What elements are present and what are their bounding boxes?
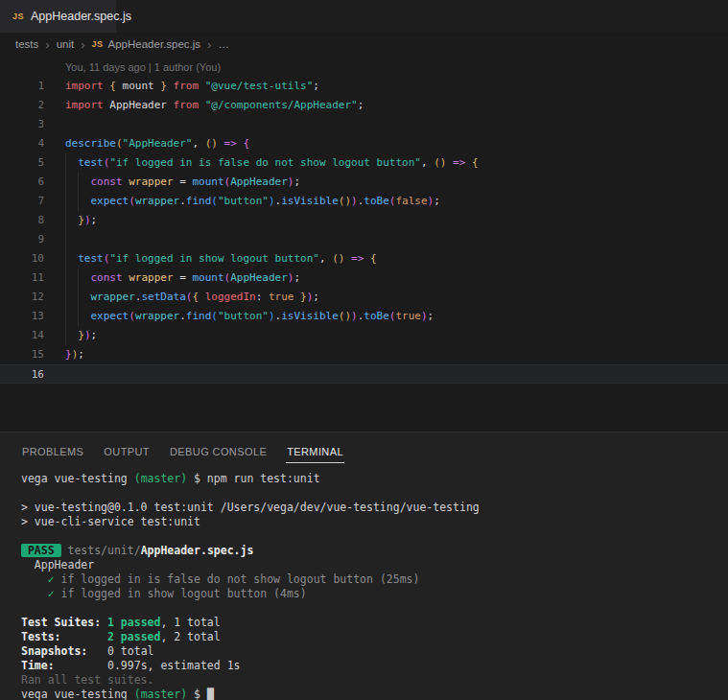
code-token: {	[109, 80, 116, 92]
terminal-line: ✓ if logged in is false do not show logo…	[21, 572, 728, 587]
code-token: )	[351, 310, 358, 322]
pass-badge: PASS	[21, 544, 61, 557]
code-token: ,	[421, 156, 434, 169]
panel-tab-problems[interactable]: PROBLEMS	[21, 437, 84, 463]
code-token: )	[421, 310, 428, 322]
code-line-text: });	[65, 345, 728, 364]
line-number: 14	[0, 326, 44, 345]
code-token: =>	[218, 137, 244, 150]
indent-guide	[78, 307, 79, 326]
code-token: =>	[446, 156, 472, 169]
code-token: )	[269, 310, 275, 322]
panel-tab-debug-console[interactable]: DEBUG CONSOLE	[169, 437, 268, 463]
code-token: "button"	[218, 310, 269, 322]
terminal[interactable]: vega vue-testing (master) $ npm run test…	[0, 467, 728, 700]
breadcrumb: tests›unit›JSAppHeader.spec.js›…	[0, 33, 728, 56]
code-line-text: expect(wrapper.find("button").isVisible(…	[65, 307, 728, 326]
terminal-token: AppHeader.spec.js	[141, 544, 254, 557]
indent-guide	[65, 192, 66, 211]
code-line[interactable]: 9	[0, 230, 728, 249]
code-line-text: wrapper.setData({ loggedIn: true });	[65, 288, 728, 307]
tab-appheader-spec[interactable]: JS AppHeader.spec.js	[0, 0, 116, 33]
indent-guide	[65, 173, 66, 192]
breadcrumb-item[interactable]: AppHeader.spec.js	[108, 38, 201, 50]
code-token: toBe	[364, 195, 389, 207]
code-token: ;	[91, 214, 98, 226]
code-token: =>	[344, 252, 370, 265]
code-line-text: describe("AppHeader", () => {	[65, 134, 728, 153]
code-line[interactable]: 1import { mount } from "@vue/test-utils"…	[0, 77, 728, 96]
code-line[interactable]: 3	[0, 115, 728, 134]
code-token: ;	[358, 99, 364, 111]
code-token: ,	[319, 252, 332, 265]
code-line[interactable]: 14 });	[0, 326, 728, 345]
terminal-token: ✓	[21, 572, 61, 586]
code-token	[199, 291, 205, 303]
line-number: 1	[0, 77, 44, 96]
terminal-token: (master)	[134, 472, 187, 485]
code-token: }	[78, 329, 84, 341]
breadcrumb-item[interactable]: tests	[15, 38, 38, 50]
line-number: 12	[0, 288, 44, 307]
terminal-token: vega vue-testing	[21, 688, 134, 700]
code-token: ;	[434, 195, 440, 207]
code-line[interactable]: 5 test("if logged in is false do not sho…	[0, 153, 728, 173]
code-line-text: });	[65, 211, 728, 230]
code-line[interactable]: 15});	[0, 345, 728, 364]
code-token: false	[395, 195, 427, 207]
terminal-line	[21, 529, 728, 544]
panel-tab-output[interactable]: OUTPUT	[103, 437, 151, 463]
line-number: 13	[0, 307, 44, 326]
code-line[interactable]: 16	[0, 364, 728, 384]
code-line[interactable]: 6 const wrapper = mount(AppHeader);	[0, 173, 728, 192]
code-token: wrapper	[135, 310, 179, 322]
code-token: ;	[91, 329, 98, 341]
code-line[interactable]: 10 test("if logged in show logout button…	[0, 249, 728, 268]
indent-guide	[78, 173, 79, 192]
terminal-token: Time:	[21, 659, 107, 672]
terminal-token: AppHeader	[21, 558, 94, 572]
indent-guide	[65, 211, 66, 230]
line-number: 11	[0, 268, 44, 288]
code-line[interactable]: 11 const wrapper = mount(AppHeader);	[0, 268, 728, 288]
code-token	[65, 156, 78, 169]
code-line[interactable]: 7 expect(wrapper.find("button").isVisibl…	[0, 192, 728, 211]
code-token: ,	[192, 137, 204, 150]
code-token: (	[116, 137, 123, 150]
terminal-token: > vue-testing@0.1.0 test:unit /Users/veg…	[21, 501, 480, 514]
terminal-token: ✓	[21, 587, 61, 600]
terminal-line	[21, 601, 728, 616]
terminal-token: 0.997s, estimated 1s	[107, 659, 240, 672]
code-token: mount	[116, 80, 160, 92]
code-line-text: expect(wrapper.find("button").isVisible(…	[65, 192, 728, 211]
code-line[interactable]: 4describe("AppHeader", () => {	[0, 134, 728, 153]
editor-tab-bar: JS AppHeader.spec.js	[0, 0, 728, 33]
code-token: =	[174, 175, 193, 188]
terminal-token: $	[187, 688, 207, 700]
panel-tab-terminal[interactable]: TERMINAL	[286, 437, 344, 463]
code-token: (	[129, 310, 135, 322]
code-token: }	[300, 291, 307, 303]
code-line-text: const wrapper = mount(AppHeader);	[65, 268, 728, 288]
code-token: const	[91, 175, 123, 188]
breadcrumb-item[interactable]: …	[218, 38, 229, 50]
code-line[interactable]: 8 });	[0, 211, 728, 230]
terminal-line: PASS tests/unit/AppHeader.spec.js	[21, 544, 728, 558]
code-token: .	[179, 310, 186, 322]
code-line[interactable]: 2import AppHeader from "@/components/App…	[0, 96, 728, 115]
code-token: import	[65, 80, 109, 92]
terminal-line: Time: 0.997s, estimated 1s	[21, 659, 728, 673]
editor[interactable]: You, 11 days ago | 1 author (You) 1impor…	[0, 58, 728, 432]
code-token: expect	[91, 310, 129, 322]
terminal-token: Snapshots:	[21, 644, 107, 658]
code-line[interactable]: 13 expect(wrapper.find("button").isVisib…	[0, 307, 728, 326]
code-token: )	[84, 329, 91, 341]
code-token: "if logged in show logout button"	[109, 252, 319, 265]
breadcrumb-item[interactable]: unit	[57, 38, 75, 50]
code-line[interactable]: 12 wrapper.setData({ loggedIn: true });	[0, 288, 728, 307]
code-token: ;	[313, 291, 319, 303]
code-token: mount	[192, 271, 223, 284]
code-line-text: import AppHeader from "@/components/AppH…	[65, 96, 728, 115]
code-token: ()	[339, 310, 351, 322]
code-token: "AppHeader"	[123, 137, 193, 150]
